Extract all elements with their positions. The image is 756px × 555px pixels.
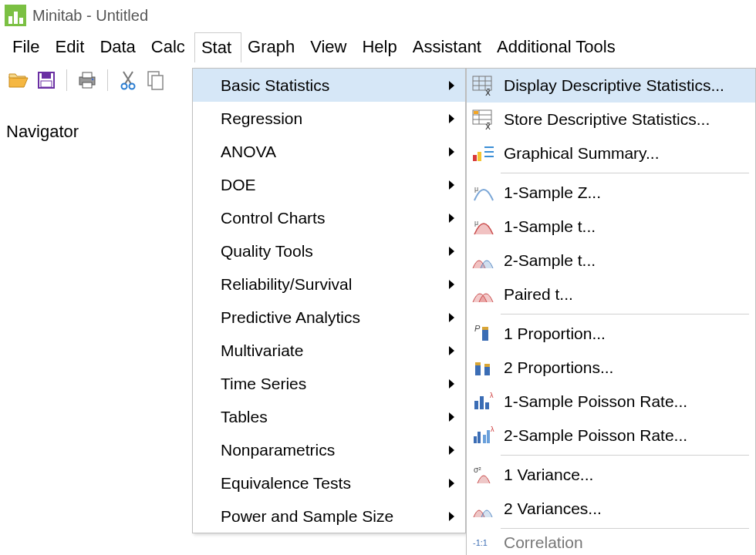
one-sample-z[interactable]: μ 1-Sample Z... <box>467 176 755 210</box>
svg-text:σ²: σ² <box>474 466 481 474</box>
menu-label: Control Charts <box>221 209 325 227</box>
one-proportion-icon: P <box>471 323 496 345</box>
submenu-arrow-icon <box>449 214 454 223</box>
stat-power-sample-size[interactable]: Power and Sample Size <box>193 500 465 533</box>
correlation[interactable]: -1:1 Correlation <box>467 531 755 554</box>
graphical-summary[interactable]: Graphical Summary... <box>467 136 755 170</box>
paired-distribution-icon <box>471 284 496 305</box>
menu-label: Paired t... <box>504 285 573 304</box>
svg-text:-1:1: -1:1 <box>473 538 488 547</box>
svg-text:λ: λ <box>490 392 494 399</box>
poisson-one-icon: λ <box>471 391 496 412</box>
menu-view[interactable]: View <box>304 32 356 62</box>
submenu-arrow-icon <box>449 479 454 488</box>
menu-graph[interactable]: Graph <box>241 32 304 62</box>
menu-additional[interactable]: Additional Tools <box>491 32 625 62</box>
svg-rect-46 <box>487 430 490 443</box>
svg-rect-1 <box>42 72 51 79</box>
two-variances-icon <box>471 498 496 520</box>
submenu-arrow-icon <box>449 412 454 422</box>
print-icon[interactable] <box>76 69 98 91</box>
menu-data[interactable]: Data <box>93 32 144 62</box>
svg-text:x̄: x̄ <box>485 87 491 96</box>
svg-point-9 <box>122 84 127 89</box>
menu-edit[interactable]: Edit <box>49 32 93 62</box>
menu-label: 1-Sample Poisson Rate... <box>504 392 687 411</box>
title-bar: Minitab - Untitled <box>0 0 756 31</box>
stat-control-charts[interactable]: Control Charts <box>193 201 465 234</box>
toolbar-separator <box>66 69 67 91</box>
stat-multivariate[interactable]: Multivariate <box>193 334 465 367</box>
submenu-arrow-icon <box>449 446 454 455</box>
menu-file[interactable]: File <box>6 32 49 62</box>
stat-nonparametrics[interactable]: Nonparametrics <box>193 433 465 466</box>
menu-label: DOE <box>221 176 256 194</box>
cut-icon[interactable] <box>117 69 139 91</box>
menu-label: Time Series <box>221 375 306 393</box>
window-title: Minitab - Untitled <box>32 7 148 25</box>
correlation-icon: -1:1 <box>471 532 496 553</box>
svg-rect-34 <box>482 327 488 330</box>
paired-t[interactable]: Paired t... <box>467 278 755 311</box>
stat-basic-statistics[interactable]: Basic Statistics <box>193 69 465 102</box>
menu-label: Reliability/Survival <box>221 275 352 294</box>
stat-equivalence-tests[interactable]: Equivalence Tests <box>193 466 465 500</box>
svg-text:λ: λ <box>491 426 494 433</box>
svg-rect-5 <box>83 82 92 88</box>
display-descriptive-statistics[interactable]: x̄ Display Descriptive Statistics... <box>467 69 755 103</box>
menu-calc[interactable]: Calc <box>145 32 194 62</box>
store-descriptive-statistics[interactable]: x̄ Store Descriptive Statistics... <box>467 103 755 136</box>
svg-rect-2 <box>41 81 52 87</box>
submenu-arrow-icon <box>449 81 454 90</box>
menu-label: 1 Proportion... <box>504 325 606 343</box>
stat-tables[interactable]: Tables <box>193 400 465 433</box>
menu-help[interactable]: Help <box>356 32 406 62</box>
open-icon[interactable] <box>8 69 29 91</box>
one-variance[interactable]: σ² 1 Variance... <box>467 458 755 492</box>
one-sample-poisson[interactable]: λ 1-Sample Poisson Rate... <box>467 385 755 419</box>
svg-rect-12 <box>152 76 163 89</box>
two-proportions[interactable]: 2 Proportions... <box>467 351 755 385</box>
menu-label: Power and Sample Size <box>221 507 393 526</box>
svg-text:μ: μ <box>474 185 478 193</box>
stat-doe[interactable]: DOE <box>193 168 465 201</box>
menu-assistant[interactable]: Assistant <box>407 32 491 62</box>
submenu-arrow-icon <box>449 313 454 322</box>
svg-rect-37 <box>484 367 490 375</box>
copy-icon[interactable] <box>145 69 167 91</box>
two-sample-t[interactable]: 2-Sample t... <box>467 244 755 278</box>
stat-time-series[interactable]: Time Series <box>193 367 465 400</box>
distribution-t-icon: μ <box>471 216 496 237</box>
menu-label: 2-Sample Poisson Rate... <box>504 426 687 445</box>
stat-anova[interactable]: ANOVA <box>193 135 465 168</box>
menu-label: 1-Sample t... <box>504 217 596 236</box>
app-icon <box>5 5 26 26</box>
one-variance-icon: σ² <box>471 464 496 486</box>
svg-rect-23 <box>474 111 478 114</box>
submenu-separator <box>501 314 749 314</box>
menu-label: Quality Tools <box>221 242 313 261</box>
basic-statistics-submenu: x̄ Display Descriptive Statistics... x̄ … <box>466 68 756 555</box>
stat-regression[interactable]: Regression <box>193 102 465 135</box>
stat-reliability-survival[interactable]: Reliability/Survival <box>193 267 465 301</box>
svg-text:μ: μ <box>474 219 478 227</box>
menu-label: 1-Sample Z... <box>504 183 601 202</box>
stat-quality-tools[interactable]: Quality Tools <box>193 234 465 267</box>
two-sample-poisson[interactable]: λ 2-Sample Poisson Rate... <box>467 419 755 452</box>
submenu-arrow-icon <box>449 114 454 123</box>
save-icon[interactable] <box>35 69 57 91</box>
two-variances[interactable]: 2 Variances... <box>467 492 755 526</box>
svg-point-6 <box>92 79 93 80</box>
submenu-separator <box>501 173 749 173</box>
toolbar-separator <box>107 69 108 91</box>
svg-rect-44 <box>478 432 481 443</box>
svg-line-7 <box>123 72 131 84</box>
one-proportion[interactable]: P 1 Proportion... <box>467 317 755 351</box>
stat-predictive-analytics[interactable]: Predictive Analytics <box>193 301 465 334</box>
menu-stat[interactable]: Stat <box>194 32 241 62</box>
svg-rect-33 <box>482 330 488 341</box>
menu-label: 2-Sample t... <box>504 251 596 270</box>
menu-label: Tables <box>221 408 268 426</box>
one-sample-t[interactable]: μ 1-Sample t... <box>467 210 755 244</box>
submenu-arrow-icon <box>449 247 454 256</box>
